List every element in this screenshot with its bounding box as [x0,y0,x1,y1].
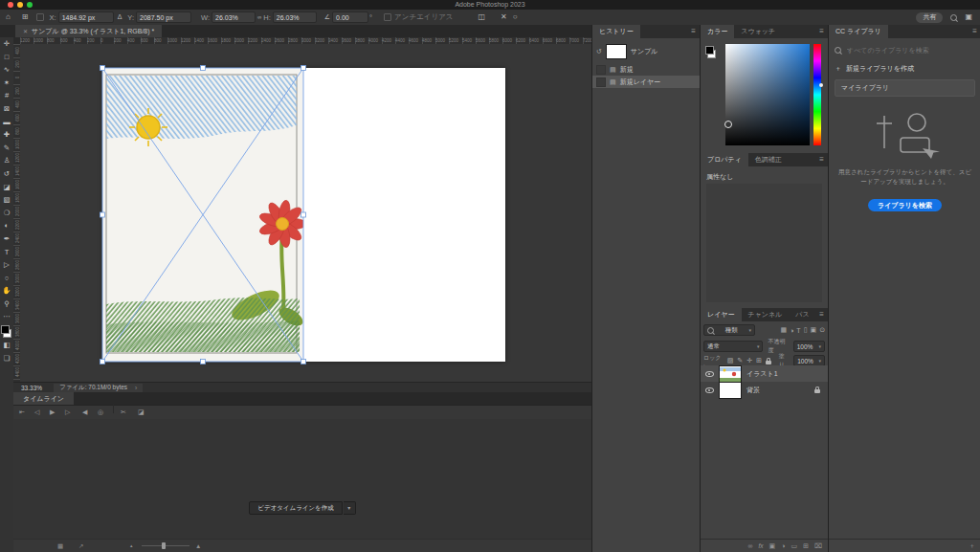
angle-value-field[interactable]: 0.00 [332,11,368,23]
filter-pixel-layers-icon[interactable]: ▦ [781,326,788,334]
frame-animation-icon[interactable]: ▦ [57,540,63,552]
panel-menu-icon[interactable]: ≡ [819,308,824,321]
document-canvas[interactable] [102,68,505,362]
blend-mode-dropdown[interactable]: 通常 ▾ [703,341,763,352]
w-value-field[interactable]: 26.03% [212,11,256,23]
opacity-field[interactable]: 100% ▾ [793,341,825,352]
quick-selection-tool[interactable]: ✶ [0,77,13,90]
history-brush-tool[interactable]: ↺ [0,167,13,181]
transition-icon[interactable]: ◪ [138,405,145,419]
tab-color[interactable]: カラー [701,25,734,38]
layer-visibility-icon[interactable] [705,386,714,394]
new-adjustment-layer-icon[interactable]: ◑ [781,542,785,549]
create-video-timeline-button[interactable]: ビデオタイムラインを作成 [249,501,343,515]
timeline-mode-chevron-icon[interactable]: ▾ [344,501,356,515]
shape-tool[interactable]: ○ [0,272,13,285]
panel-menu-icon[interactable]: ≡ [972,25,977,38]
lock-pixels-icon[interactable]: ✎ [737,357,743,364]
healing-brush-tool[interactable]: ✚ [0,128,13,142]
brush-tool[interactable]: ✎ [0,142,13,155]
foreground-color-swatch[interactable] [1,325,10,334]
pasteboard[interactable] [20,44,591,382]
color-picker-field[interactable] [725,44,810,145]
filter-adjustment-layers-icon[interactable]: ◑ [790,327,793,334]
render-export-icon[interactable]: ↗ [78,540,83,552]
add-layer-mask-icon[interactable]: ▣ [769,542,776,550]
filter-type-layers-icon[interactable]: T [796,327,800,334]
next-frame-icon[interactable]: ▷ [65,405,70,419]
layer-row-background[interactable]: 背景 [701,382,828,398]
tab-channels[interactable]: チャンネル [742,308,790,321]
timeline-zoom-slider-thumb[interactable] [162,542,166,549]
history-brush-source-icon[interactable]: ↺ [596,48,602,55]
color-picker-cursor[interactable] [724,121,732,128]
search-libraries-button[interactable]: ライブラリを検索 [868,199,942,211]
layer-row-selected[interactable]: イラスト1 [701,365,828,382]
quick-mask-icon[interactable]: ◧ [0,339,13,352]
gradient-tool[interactable]: ▧ [0,193,13,207]
history-snapshot-row[interactable]: ↺ サンプル [592,44,700,59]
panel-foreground-background[interactable] [705,46,717,58]
edit-toolbar-icon[interactable]: ⋯ [0,310,13,323]
tab-properties[interactable]: プロパティ [701,153,748,166]
previous-frame-icon[interactable]: ◁ [34,405,39,419]
panel-menu-icon[interactable]: ≡ [691,25,696,38]
search-icon[interactable] [950,14,957,21]
x-value-field[interactable]: 1484.92 px [58,11,114,23]
hue-slider-marker[interactable] [819,83,823,87]
tab-cc-libraries[interactable]: CC ライブラリ [829,25,888,38]
play-icon[interactable]: ▶ [50,405,55,419]
link-layers-icon[interactable]: ∞ [748,542,753,549]
file-info[interactable]: ファイル: 70.1M/0 bytes › [54,384,143,392]
pen-tool[interactable]: ✒ [0,232,13,246]
split-clip-icon[interactable]: ✂ [121,405,126,419]
commit-transform-icon[interactable]: ○ [513,10,518,25]
h-value-field[interactable]: 26.03% [273,11,317,23]
history-source-gutter[interactable] [596,77,606,87]
hand-tool[interactable]: ✋ [0,284,13,298]
workspace-icon[interactable]: ▣ [965,10,972,25]
go-first-frame-icon[interactable]: ⇤ [19,405,25,419]
lock-artboard-icon[interactable]: ⊞ [756,357,762,364]
timeline-settings-icon[interactable]: ◎ [98,405,103,419]
lock-position-icon[interactable]: ✛ [746,357,752,364]
marquee-tool[interactable]: □ [0,51,13,64]
layer-thumbnail[interactable] [719,382,742,399]
mute-audio-icon[interactable]: ◀ [82,405,87,419]
zoom-tool[interactable]: ⚲ [0,298,13,311]
panel-menu-icon[interactable]: ≡ [819,25,824,38]
filter-shape-layers-icon[interactable]: ▯ [804,326,808,334]
tab-timeline[interactable]: タイムライン [13,392,74,405]
frame-tool[interactable]: ⊠ [0,102,13,116]
timeline-zoom-out-icon[interactable]: ▴ [130,540,133,552]
panel-menu-icon[interactable]: ≡ [819,153,824,166]
layer-thumbnail[interactable] [719,365,742,383]
cancel-transform-icon[interactable]: ✕ [501,10,507,25]
reference-point-icon[interactable]: ⊞ [22,10,29,25]
lock-all-icon[interactable] [766,361,771,364]
layer-filter-kind-dropdown[interactable]: 種類 ▾ [703,324,755,336]
new-group-icon[interactable]: ▭ [791,542,797,550]
type-tool[interactable]: T [0,246,13,259]
library-search-input[interactable] [845,46,973,55]
blur-tool[interactable]: ❍ [0,207,13,220]
hue-slider[interactable] [813,44,821,145]
transform-overlay[interactable] [100,65,306,364]
lock-transparency-icon[interactable]: ▨ [727,357,734,364]
tab-swatches[interactable]: スウォッチ [734,25,782,38]
lasso-tool[interactable]: ∿ [0,63,13,77]
tab-layers[interactable]: レイヤー [701,308,742,321]
document-tab[interactable]: ✕ サンプル @ 33.3% (イラスト1, RGB/8) * [15,25,162,37]
layer-style-icon[interactable]: fx [759,542,764,549]
eraser-tool[interactable]: ◪ [0,181,13,194]
home-icon[interactable]: ⌂ [6,10,11,25]
screen-mode-icon[interactable]: ❏ [0,352,13,365]
history-item[interactable]: ▤ 新規 [592,63,700,76]
warp-mode-icon[interactable]: ◫ [479,10,486,25]
new-layer-icon[interactable]: ⊞ [803,542,809,550]
path-selection-tool[interactable]: ▷ [0,258,13,272]
move-tool[interactable]: ✛ [0,37,13,51]
share-button[interactable]: 共有 [916,12,943,23]
close-tab-icon[interactable]: ✕ [23,28,28,34]
create-library-row[interactable]: ＋ 新規ライブラリを作成 [829,56,980,79]
